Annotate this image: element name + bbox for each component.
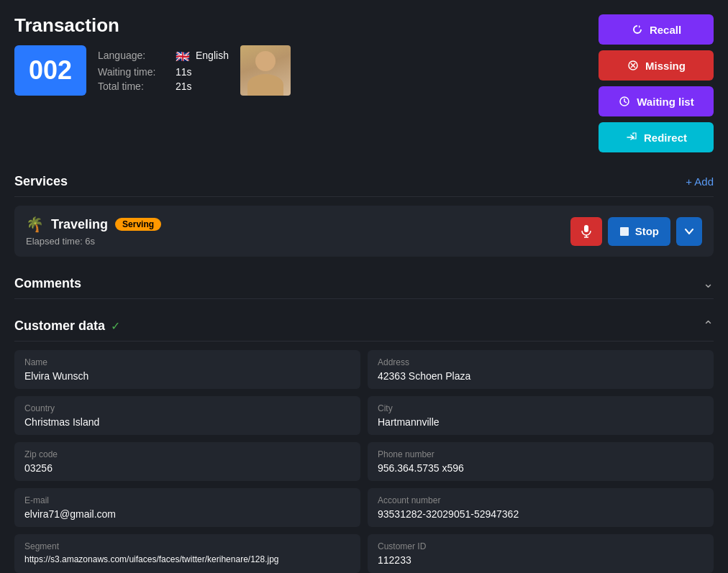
redirect-icon [625, 131, 638, 144]
email-value: elvira71@gmail.com [24, 508, 350, 520]
transaction-info: 002 Language: 🇬🇧 English Waiting time: 1… [14, 45, 291, 96]
service-info: 🌴 Traveling Serving Elapsed time: 6s [26, 216, 161, 247]
city-value: Hartmannville [378, 416, 704, 428]
avatar [240, 45, 291, 96]
account-value: 93531282-32029051-52947362 [378, 508, 704, 520]
waiting-list-button[interactable]: Waiting list [599, 86, 714, 116]
country-value: Christmas Island [24, 416, 350, 428]
comments-header: Comments ⌄ [14, 268, 714, 299]
recall-label: Recall [650, 24, 681, 36]
language-value: English [196, 50, 229, 63]
phone-value: 956.364.5735 x596 [378, 462, 704, 474]
add-service-label: + Add [686, 175, 714, 188]
redirect-button[interactable]: Redirect [599, 122, 714, 152]
segment-field: Segment https://s3.amazonaws.com/uifaces… [14, 534, 360, 573]
svg-rect-4 [584, 225, 588, 232]
total-time-value: 21s [176, 81, 192, 92]
transaction-meta: Language: 🇬🇧 English Waiting time: 11s T… [98, 50, 229, 92]
service-name: Traveling [51, 217, 108, 232]
address-value: 42363 Schoen Plaza [378, 370, 704, 382]
action-buttons: Recall Missing Waiting list [599, 14, 714, 152]
segment-label: Segment [24, 541, 350, 551]
customer-data-title: Customer data [14, 318, 105, 334]
waiting-icon [618, 95, 631, 108]
verified-icon: ✓ [111, 319, 120, 333]
waiting-time-value: 11s [176, 66, 192, 78]
service-chevron-button[interactable] [676, 217, 702, 246]
service-card: 🌴 Traveling Serving Elapsed time: 6s Sto [14, 206, 714, 257]
language-label: Language: [98, 50, 170, 63]
name-field: Name Elvira Wunsch [14, 350, 360, 389]
email-field: E-mail elvira71@gmail.com [14, 488, 360, 527]
header: Transaction 002 Language: 🇬🇧 English Wai… [14, 14, 714, 152]
segment-value: https://s3.amazonaws.com/uifaces/faces/t… [24, 554, 350, 564]
email-label: E-mail [24, 495, 350, 505]
services-title: Services [14, 174, 68, 189]
address-field: Address 42363 Schoen Plaza [368, 350, 714, 389]
phone-label: Phone number [378, 449, 704, 459]
customer-data-collapse-icon[interactable]: ⌃ [703, 318, 714, 334]
waiting-time-label: Waiting time: [98, 66, 170, 78]
service-actions: Stop [570, 217, 702, 246]
total-time-label: Total time: [98, 81, 170, 92]
customer-data-section: Customer data ✓ ⌃ Name Elvira Wunsch Add… [14, 311, 714, 573]
chevron-down-icon [685, 229, 693, 234]
mic-icon [581, 225, 591, 238]
svg-rect-7 [620, 227, 629, 236]
name-label: Name [24, 357, 350, 367]
page-title: Transaction [14, 14, 291, 37]
mic-button[interactable] [570, 217, 602, 246]
customer-id-label: Customer ID [378, 541, 704, 551]
serving-badge: Serving [115, 218, 161, 231]
account-field: Account number 93531282-32029051-5294736… [368, 488, 714, 527]
services-section: Services + Add 🌴 Traveling Serving Elaps… [14, 167, 714, 257]
add-service-button[interactable]: + Add [686, 175, 714, 188]
service-name-row: 🌴 Traveling Serving [26, 216, 161, 233]
city-field: City Hartmannville [368, 396, 714, 435]
zip-label: Zip code [24, 449, 350, 459]
zip-value: 03256 [24, 462, 350, 474]
country-label: Country [24, 403, 350, 413]
comments-title: Comments [14, 276, 81, 291]
zip-field: Zip code 03256 [14, 442, 360, 481]
total-time-row: Total time: 21s [98, 81, 229, 92]
header-left: Transaction 002 Language: 🇬🇧 English Wai… [14, 14, 291, 96]
address-label: Address [378, 357, 704, 367]
stop-button[interactable]: Stop [608, 217, 670, 246]
language-flag: 🇬🇧 [176, 50, 190, 63]
customer-id-value: 112233 [378, 554, 704, 566]
services-header: Services + Add [14, 167, 714, 197]
city-label: City [378, 403, 704, 413]
missing-button[interactable]: Missing [599, 50, 714, 81]
stop-label: Stop [635, 225, 659, 237]
customer-id-field: Customer ID 112233 [368, 534, 714, 573]
recall-icon [631, 23, 644, 36]
country-field: Country Christmas Island [14, 396, 360, 435]
account-label: Account number [378, 495, 704, 505]
name-value: Elvira Wunsch [24, 370, 350, 382]
customer-data-header: Customer data ✓ ⌃ [14, 311, 714, 341]
transaction-number: 002 [14, 45, 86, 96]
missing-icon [627, 59, 640, 72]
service-icon: 🌴 [26, 216, 44, 233]
waiting-list-label: Waiting list [637, 96, 693, 108]
comments-section: Comments ⌄ [14, 268, 714, 299]
elapsed-time: Elapsed time: 6s [26, 236, 161, 247]
customer-data-title-row: Customer data ✓ [14, 318, 120, 334]
recall-button[interactable]: Recall [599, 14, 714, 45]
waiting-time-row: Waiting time: 11s [98, 66, 229, 78]
comments-collapse-icon[interactable]: ⌄ [703, 275, 714, 291]
redirect-label: Redirect [644, 132, 687, 144]
phone-field: Phone number 956.364.5735 x596 [368, 442, 714, 481]
stop-icon [619, 226, 629, 237]
missing-label: Missing [645, 60, 686, 72]
language-row: Language: 🇬🇧 English [98, 50, 229, 63]
customer-data-fields: Name Elvira Wunsch Address 42363 Schoen … [14, 350, 714, 573]
